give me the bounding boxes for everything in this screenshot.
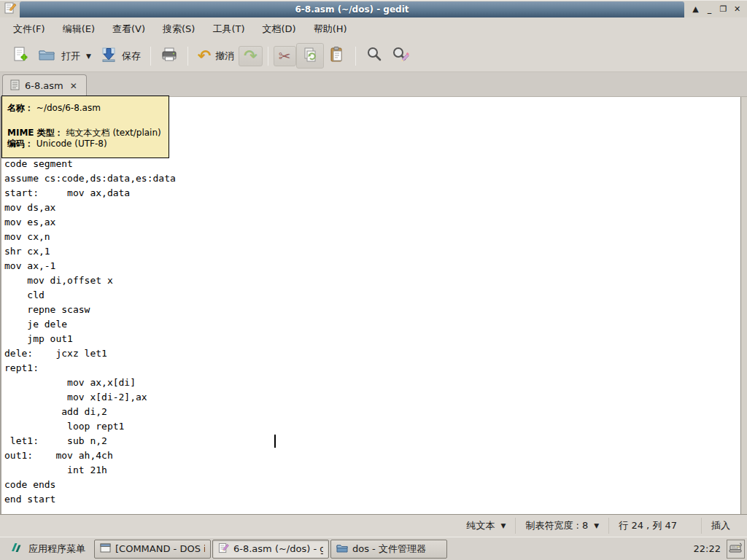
tab-bar: 6-8.asm ✕ <box>0 72 747 97</box>
save-button[interactable]: 保存 <box>96 44 145 68</box>
xfce-logo-icon <box>10 542 22 556</box>
menu-item-edit[interactable]: 编辑(E) <box>54 18 104 40</box>
code-line: mov x[di-2],ax <box>4 390 747 405</box>
open-button-label: 打开 <box>61 50 80 63</box>
code-line: cld <box>4 288 747 303</box>
task-title: dos - 文件管理器 <box>352 542 426 556</box>
close-button[interactable]: ✕ <box>732 2 743 17</box>
document-type-value: 纯文本 <box>466 519 495 532</box>
code-line: code segment <box>4 157 747 171</box>
task-button-gedit[interactable]: 6-8.asm (~/dos) - gedit <box>212 540 329 559</box>
menu-item-help[interactable]: 帮助(H) <box>305 18 356 40</box>
menu-item-file[interactable]: 文件(F) <box>4 18 54 40</box>
file-info-tooltip: 名称： ~/dos/6-8.asm MIME 类型： 纯文本文档 (text/p… <box>1 96 169 158</box>
applications-menu-button[interactable]: 应用程序菜单 <box>1 537 94 560</box>
new-document-button[interactable] <box>7 44 34 68</box>
code-line: repne scasw <box>4 303 747 317</box>
print-icon <box>160 46 178 66</box>
tooltip-spacer <box>7 114 163 128</box>
code-line: loop rept1 <box>4 419 747 434</box>
copy-button[interactable] <box>296 43 324 69</box>
tooltip-encoding-value: Unicode (UTF-8) <box>36 139 107 149</box>
code-line: out1: mov ah,4ch <box>4 448 747 463</box>
code-line: mov es,ax <box>4 215 747 230</box>
task-button-dosbox[interactable]: [COMMAND - DOS in a BOX ] <box>94 540 211 559</box>
status-bar: 纯文本 ▼ 制表符宽度 : 8 ▼ 行 24 , 列 47 插入 <box>0 514 747 537</box>
tab-width-selector[interactable]: 制表符宽度 : 8 ▼ <box>515 518 608 534</box>
open-folder-icon <box>38 46 57 66</box>
tab-6-8-asm[interactable]: 6-8.asm ✕ <box>2 74 87 96</box>
search-icon <box>365 46 383 66</box>
code-line: mov ds,ax <box>4 201 747 215</box>
code-line: assume cs:code,ds:data,es:data <box>4 171 747 186</box>
text-editor-area[interactable]: code segment assume cs:code,ds:data,es:d… <box>0 97 747 514</box>
task-title: [COMMAND - DOS in a BOX ] <box>115 543 205 554</box>
task-title: 6-8.asm (~/dos) - gedit <box>233 543 323 554</box>
document-icon <box>10 79 20 93</box>
open-button[interactable]: 打开 ▼ <box>34 44 96 68</box>
window-controls: ▲ _ ❐ ✕ <box>684 1 747 18</box>
window-menu-button[interactable] <box>0 1 20 18</box>
taskbar: 应用程序菜单 [COMMAND - DOS in a BOX ] 6-8.asm… <box>0 537 747 560</box>
find-replace-button[interactable] <box>387 44 415 68</box>
find-button[interactable] <box>361 44 387 68</box>
code-content: code segment assume cs:code,ds:data,es:d… <box>1 97 747 507</box>
undo-button-label: 撤消 <box>215 50 234 63</box>
insert-mode-value: 插入 <box>711 519 730 532</box>
menu-item-tools[interactable]: 工具(T) <box>204 18 253 40</box>
tooltip-name-label: 名称： <box>7 103 34 113</box>
code-line: end start <box>4 492 747 507</box>
task-button-file-manager[interactable]: dos - 文件管理器 <box>330 540 447 559</box>
open-dropdown-icon[interactable]: ▼ <box>86 52 91 60</box>
code-line: mov di,offset x <box>4 273 747 288</box>
tooltip-mime-value: 纯文本文档 (text/plain) <box>66 128 161 138</box>
tab-close-icon[interactable]: ✕ <box>69 81 79 91</box>
toolbar-separator <box>187 47 188 66</box>
paste-button[interactable] <box>324 44 350 68</box>
keyboard-indicator[interactable] <box>727 540 745 559</box>
gedit-icon <box>4 1 17 17</box>
redo-button[interactable]: ↷ <box>239 46 262 66</box>
folder-icon <box>336 543 348 555</box>
new-document-icon <box>12 46 29 66</box>
code-line: dele: jcxz let1 <box>4 346 747 361</box>
toolbar-separator <box>150 47 151 66</box>
code-line: int 21h <box>4 463 747 478</box>
cut-icon: ✂ <box>279 49 291 63</box>
caret-position-indicator: 行 24 , 列 47 <box>608 518 686 534</box>
undo-icon: ↶ <box>198 49 211 63</box>
maximize-button[interactable]: ❐ <box>718 2 729 17</box>
redo-icon: ↷ <box>244 49 257 63</box>
cut-button[interactable]: ✂ <box>274 46 296 66</box>
chevron-down-icon: ▼ <box>594 522 599 529</box>
menu-item-search[interactable]: 搜索(S) <box>154 18 204 40</box>
insert-mode-indicator[interactable]: 插入 <box>701 518 740 534</box>
minimize-button[interactable]: _ <box>704 2 715 17</box>
tooltip-encoding-label: 编码： <box>7 139 34 149</box>
window-titlebar: 6-8.asm (~/dos) - gedit ▲ _ ❐ ✕ <box>0 0 747 18</box>
undo-button[interactable]: ↶ 撤消 <box>193 47 239 66</box>
terminal-window-icon <box>100 543 111 555</box>
code-line: shr cx,1 <box>4 244 747 259</box>
menu-item-view[interactable]: 查看(V) <box>104 18 154 40</box>
document-type-selector[interactable]: 纯文本 ▼ <box>457 518 515 534</box>
code-line: mov ax,-1 <box>4 259 747 273</box>
caret-position-value: 行 24 , 列 47 <box>619 519 677 532</box>
toolbar: 打开 ▼ 保存 ↶ 撤消 ↷ ✂ <box>0 40 747 72</box>
clock[interactable]: 22:22 <box>694 543 721 554</box>
toolbar-separator <box>355 47 356 66</box>
code-line: mov cx,n <box>4 230 747 244</box>
titlebar-gradient[interactable]: 6-8.asm (~/dos) - gedit <box>20 1 684 18</box>
copy-icon <box>301 46 319 66</box>
menu-item-documents[interactable]: 文档(D) <box>254 18 305 40</box>
code-line: je dele <box>4 317 747 332</box>
code-line: rept1: <box>4 361 747 376</box>
paste-icon <box>328 46 346 66</box>
desktop: 6-8.asm (~/dos) - gedit ▲ _ ❐ ✕ 文件(F) 编辑… <box>0 0 747 560</box>
print-button[interactable] <box>156 44 182 68</box>
tab-width-value: 制表符宽度 : 8 <box>525 519 588 532</box>
shade-button[interactable]: ▲ <box>690 2 701 17</box>
applications-menu-label: 应用程序菜单 <box>28 542 85 556</box>
keyboard-icon <box>729 542 743 556</box>
code-line: add di,2 <box>4 405 747 419</box>
